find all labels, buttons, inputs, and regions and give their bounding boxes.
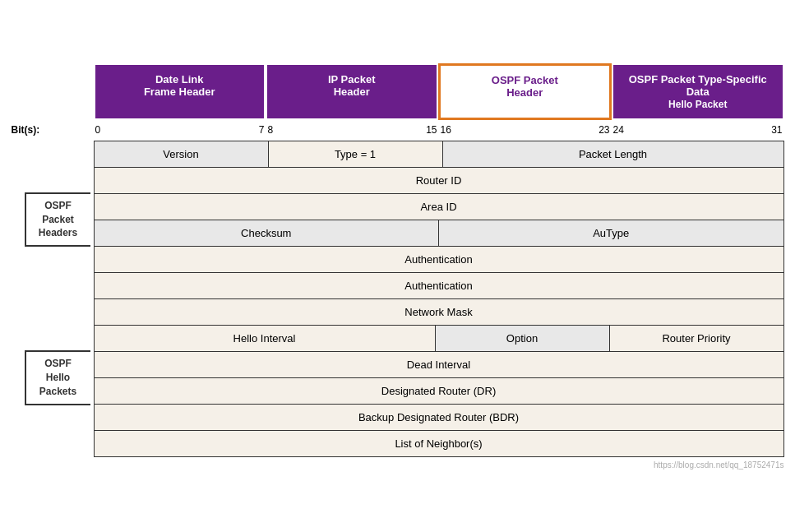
field-router-priority: Router Priority <box>610 326 783 351</box>
ospf-hello-label: OSPF HelloPackets <box>25 350 90 405</box>
bit-15: 15 <box>426 124 437 136</box>
field-neighbors: List of Neighbor(s) <box>95 431 783 456</box>
field-row-neighbors: List of Neighbor(s) <box>95 431 783 456</box>
field-type: Type = 1 <box>269 141 443 167</box>
section-ospf-headers: OSPF PacketHeaders Version Type = 1 Pack… <box>12 141 784 299</box>
ospf-hello-fields: Network Mask Hello Interval Option Route… <box>94 299 784 457</box>
main-container: Date LinkFrame Header IP PacketHeader OS… <box>12 63 784 470</box>
field-bdr: Backup Designated Router (BDR) <box>95 405 783 430</box>
bit-numbers-row: Bit(s): 0 7 8 15 16 23 24 31 <box>94 124 784 139</box>
field-hello-interval: Hello Interval <box>95 326 436 351</box>
section-label-ospf-hello: OSPF HelloPackets <box>12 299 94 457</box>
field-option: Option <box>436 326 610 351</box>
bit-8: 8 <box>268 124 274 136</box>
hello-packet-sublabel: Hello Packet <box>668 99 727 110</box>
watermark: https://blog.csdn.net/qq_18752471s <box>12 460 784 470</box>
field-row-network-mask: Network Mask <box>95 299 783 326</box>
field-row-auth1: Authentication <box>95 247 783 273</box>
field-autype: AuType <box>439 220 783 246</box>
bit-col-1: 8 15 <box>266 124 439 139</box>
field-row-checksum: Checksum AuType <box>95 220 783 247</box>
section-ospf-hello: OSPF HelloPackets Network Mask Hello Int… <box>12 299 784 457</box>
bit-16: 16 <box>441 124 451 136</box>
bit-label: Bit(s): <box>12 124 40 136</box>
field-row-area-id: Area ID <box>95 194 783 220</box>
header-data-link: Date LinkFrame Header <box>94 63 266 120</box>
field-network-mask: Network Mask <box>95 299 783 325</box>
bit-23: 23 <box>599 124 609 136</box>
field-version: Version <box>95 141 269 167</box>
field-row-auth2: Authentication <box>95 273 783 298</box>
bit-col-3: 24 31 <box>612 124 784 139</box>
bit-7: 7 <box>259 124 265 136</box>
top-header-row: Date LinkFrame Header IP PacketHeader OS… <box>94 63 784 120</box>
field-row-bdr: Backup Designated Router (BDR) <box>95 405 783 431</box>
section-label-ospf-headers: OSPF PacketHeaders <box>12 141 94 299</box>
bit-24: 24 <box>613 124 624 136</box>
header-ospf-type-specific: OSPF Packet Type-Specific Data Hello Pac… <box>612 63 784 120</box>
field-area-id: Area ID <box>95 194 783 220</box>
field-auth2: Authentication <box>95 273 783 298</box>
ospf-headers-label: OSPF PacketHeaders <box>25 192 90 247</box>
field-row-hello-interval: Hello Interval Option Router Priority <box>95 326 783 352</box>
field-row-dr: Designated Router (DR) <box>95 378 783 405</box>
field-row-dead-interval: Dead Interval <box>95 352 783 378</box>
header-ospf-packet: OSPF PacketHeader <box>438 63 612 120</box>
field-checksum: Checksum <box>95 220 440 246</box>
field-router-id: Router ID <box>95 168 783 193</box>
field-row-router-id: Router ID <box>95 168 783 194</box>
field-row-version: Version Type = 1 Packet Length <box>95 141 783 168</box>
field-auth1: Authentication <box>95 247 783 272</box>
header-ip-packet: IP PacketHeader <box>266 63 438 120</box>
ospf-header-fields: Version Type = 1 Packet Length Router ID… <box>94 141 784 299</box>
bit-31: 31 <box>771 124 782 136</box>
bit-0: 0 <box>95 124 101 136</box>
field-dead-interval: Dead Interval <box>95 352 783 377</box>
field-packet-length: Packet Length <box>443 141 783 167</box>
bit-col-2: 16 23 <box>439 124 612 139</box>
field-dr: Designated Router (DR) <box>95 378 783 404</box>
bit-col-0: 0 7 <box>94 124 266 139</box>
